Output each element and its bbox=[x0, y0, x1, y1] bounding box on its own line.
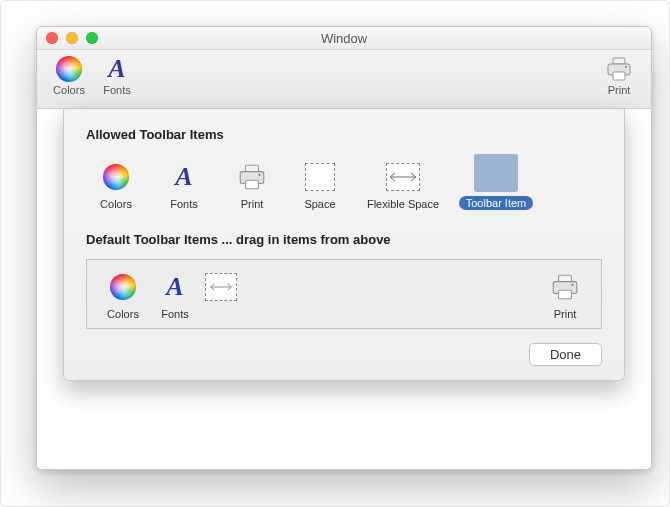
window-title: Window bbox=[37, 31, 651, 46]
palette-colors[interactable]: Colors bbox=[86, 160, 146, 210]
palette-space[interactable]: Space bbox=[290, 160, 350, 210]
default-items-heading: Default Toolbar Items ... drag in items … bbox=[86, 232, 602, 247]
svg-rect-6 bbox=[246, 180, 259, 189]
palette-toolbar-item-label: Toolbar Item bbox=[459, 196, 534, 210]
svg-point-13 bbox=[571, 284, 573, 286]
palette-colors-label: Colors bbox=[100, 198, 132, 210]
traffic-lights bbox=[46, 32, 98, 44]
default-fonts[interactable]: A Fonts bbox=[149, 270, 201, 320]
svg-rect-10 bbox=[559, 275, 572, 281]
toolbar-colors-label: Colors bbox=[53, 84, 85, 96]
svg-rect-0 bbox=[613, 58, 625, 64]
default-colors[interactable]: Colors bbox=[97, 270, 149, 320]
window-titlebar: Window bbox=[37, 27, 651, 50]
palette-flexspace-label: Flexible Space bbox=[367, 198, 439, 210]
color-wheel-icon bbox=[103, 164, 129, 190]
svg-rect-4 bbox=[246, 165, 259, 171]
printer-icon bbox=[605, 56, 633, 82]
toolbar-colors-button[interactable]: Colors bbox=[45, 54, 93, 96]
svg-rect-12 bbox=[559, 290, 572, 299]
svg-point-3 bbox=[625, 66, 627, 68]
palette-fonts[interactable]: A Fonts bbox=[154, 160, 214, 210]
generic-toolbar-item-icon bbox=[474, 154, 518, 192]
done-button[interactable]: Done bbox=[529, 343, 602, 366]
toolbar-print-label: Print bbox=[608, 84, 631, 96]
toolbar-fonts-button[interactable]: A Fonts bbox=[93, 54, 141, 96]
allowed-items-heading: Allowed Toolbar Items bbox=[86, 127, 602, 142]
minimize-icon[interactable] bbox=[66, 32, 78, 44]
color-wheel-icon bbox=[56, 56, 82, 82]
main-window: Window Colors A Fonts bbox=[36, 26, 652, 470]
default-colors-label: Colors bbox=[107, 308, 139, 320]
default-toolbar-box[interactable]: Colors A Fonts bbox=[86, 259, 602, 329]
palette-print-label: Print bbox=[241, 198, 264, 210]
default-print-label: Print bbox=[554, 308, 577, 320]
printer-icon bbox=[550, 273, 580, 301]
svg-rect-2 bbox=[613, 72, 625, 80]
palette-fonts-label: Fonts bbox=[170, 198, 198, 210]
default-flexible-space[interactable] bbox=[201, 270, 241, 320]
interface-builder-canvas: Window Colors A Fonts bbox=[0, 0, 670, 507]
flexible-space-icon bbox=[205, 273, 237, 301]
allowed-items-row: Colors A Fonts bbox=[86, 154, 602, 210]
printer-icon bbox=[237, 163, 267, 191]
default-fonts-label: Fonts bbox=[161, 308, 189, 320]
font-icon: A bbox=[166, 274, 183, 300]
svg-point-7 bbox=[258, 174, 260, 176]
palette-toolbar-item-selected[interactable]: Toolbar Item bbox=[456, 154, 536, 210]
close-icon[interactable] bbox=[46, 32, 58, 44]
window-content: Allowed Toolbar Items Colors A Fonts bbox=[37, 109, 651, 470]
toolbar-fonts-label: Fonts bbox=[103, 84, 131, 96]
palette-flexible-space[interactable]: Flexible Space bbox=[358, 160, 448, 210]
toolbar-print-button[interactable]: Print bbox=[595, 54, 643, 96]
default-print[interactable]: Print bbox=[539, 270, 591, 320]
window-toolbar: Colors A Fonts Print bbox=[37, 50, 651, 109]
customize-toolbar-sheet: Allowed Toolbar Items Colors A Fonts bbox=[63, 109, 625, 381]
zoom-icon[interactable] bbox=[86, 32, 98, 44]
palette-space-label: Space bbox=[304, 198, 335, 210]
palette-print[interactable]: Print bbox=[222, 160, 282, 210]
font-icon: A bbox=[108, 56, 125, 82]
color-wheel-icon bbox=[110, 274, 136, 300]
flexible-space-icon bbox=[386, 163, 420, 191]
space-icon bbox=[305, 163, 335, 191]
font-icon: A bbox=[175, 164, 192, 190]
sheet-button-row: Done bbox=[86, 343, 602, 366]
